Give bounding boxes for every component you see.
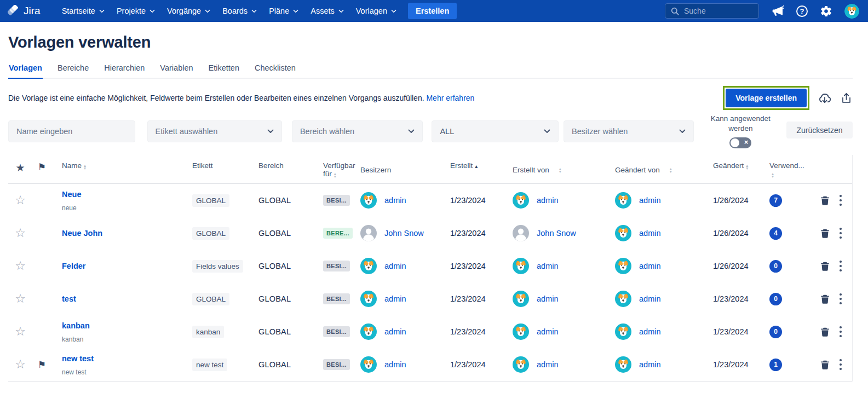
nav-item-vorlagen[interactable]: Vorlagen xyxy=(350,0,403,22)
announcements-button[interactable] xyxy=(771,4,784,18)
chevron-down-icon xyxy=(544,129,550,134)
user-avatar-button[interactable] xyxy=(844,4,859,19)
owner-filter-select[interactable]: Besitzer wählen xyxy=(564,120,694,142)
header-created[interactable]: Erstellt▴ xyxy=(439,161,497,178)
user-link[interactable]: admin xyxy=(639,196,661,205)
nav-item-startseite[interactable]: Startseite xyxy=(56,0,111,22)
usage-badge[interactable]: 0 xyxy=(769,260,782,273)
trash-icon xyxy=(819,359,831,371)
trash-icon xyxy=(819,261,831,272)
header-modified-by[interactable]: Geändert von▴▾ xyxy=(599,161,697,178)
jira-logo[interactable]: Jira xyxy=(8,5,41,17)
usage-badge[interactable]: 4 xyxy=(769,227,782,240)
dog-avatar xyxy=(360,356,377,373)
delete-template-button[interactable] xyxy=(819,195,831,206)
chevron-down-icon xyxy=(205,9,210,13)
user-link[interactable]: admin xyxy=(384,294,406,303)
label-filter-select[interactable]: Etikett auswählen xyxy=(147,120,282,142)
favorite-star-icon[interactable]: ☆ xyxy=(15,260,26,272)
tab-checklisten[interactable]: Checklisten xyxy=(254,60,296,79)
usage-badge[interactable]: 7 xyxy=(769,194,782,207)
user-link[interactable]: admin xyxy=(384,360,406,369)
user-link[interactable]: admin xyxy=(384,196,406,205)
create-issue-button[interactable]: Erstellen xyxy=(408,3,457,19)
tab-bereiche[interactable]: Bereiche xyxy=(57,60,89,79)
row-actions-menu-button[interactable] xyxy=(839,194,842,206)
user-link[interactable]: admin xyxy=(384,327,406,336)
tab-variablen[interactable]: Variablen xyxy=(159,60,193,79)
import-templates-button[interactable] xyxy=(818,91,832,105)
favorite-star-icon[interactable]: ☆ xyxy=(15,293,26,305)
header-usage[interactable]: Verwend...▴▾ xyxy=(758,161,806,178)
header-modified[interactable]: Geändert▴▾ xyxy=(697,161,758,178)
favorite-column-icon[interactable]: ★ xyxy=(15,162,25,174)
user-link[interactable]: admin xyxy=(537,360,559,369)
create-template-button[interactable]: Vorlage erstellen xyxy=(726,89,807,107)
created-date: 1/23/2024 xyxy=(439,360,497,369)
delete-template-button[interactable] xyxy=(819,359,831,371)
tab-vorlagen[interactable]: Vorlagen xyxy=(8,60,43,79)
row-actions-menu-button[interactable] xyxy=(839,260,842,272)
nav-item-vorgänge[interactable]: Vorgänge xyxy=(161,0,216,22)
template-name-link[interactable]: Neue John xyxy=(62,229,102,238)
template-name-link[interactable]: Felder xyxy=(62,262,86,270)
favorite-star-icon[interactable]: ☆ xyxy=(15,194,26,206)
nav-item-pläne[interactable]: Pläne xyxy=(263,0,304,22)
usage-badge[interactable]: 1 xyxy=(769,359,782,371)
template-name-link[interactable]: Neue xyxy=(62,190,81,199)
nav-item-boards[interactable]: Boards xyxy=(216,0,263,22)
chevron-down-icon xyxy=(99,9,105,13)
delete-template-button[interactable] xyxy=(819,293,831,305)
row-actions-menu-button[interactable] xyxy=(839,293,842,305)
delete-template-button[interactable] xyxy=(819,326,831,338)
name-filter[interactable] xyxy=(8,120,135,142)
template-name-link[interactable]: kanban xyxy=(62,321,90,330)
can-apply-toggle[interactable]: × xyxy=(729,137,751,148)
delete-template-button[interactable] xyxy=(819,261,831,272)
export-templates-button[interactable] xyxy=(840,92,853,105)
reset-filters-button[interactable]: Zurücksetzen xyxy=(786,122,853,138)
user-link[interactable]: admin xyxy=(537,196,559,205)
header-name[interactable]: Name▴▾ xyxy=(54,161,187,178)
favorite-star-icon[interactable]: ☆ xyxy=(15,326,26,338)
user-link[interactable]: admin xyxy=(537,327,559,336)
user-link[interactable]: admin xyxy=(639,262,661,270)
global-search[interactable] xyxy=(665,3,759,19)
tab-etiketten[interactable]: Etiketten xyxy=(208,60,240,79)
nav-item-assets[interactable]: Assets xyxy=(304,0,350,22)
template-name-link[interactable]: test xyxy=(62,294,76,303)
row-actions-menu-button[interactable] xyxy=(839,359,842,371)
usage-badge[interactable]: 0 xyxy=(769,293,782,305)
user-link[interactable]: admin xyxy=(639,360,661,369)
dog-avatar xyxy=(513,291,529,307)
sort-icon: ▴▾ xyxy=(559,167,561,173)
template-name-link[interactable]: new test xyxy=(62,354,94,363)
scope-filter-select[interactable]: Bereich wählen xyxy=(292,120,423,142)
kebab-menu-icon xyxy=(839,326,842,338)
tab-hierarchien[interactable]: Hierarchien xyxy=(104,60,145,79)
name-filter-input[interactable] xyxy=(16,127,127,136)
user-link[interactable]: admin xyxy=(537,294,559,303)
help-button[interactable]: ? xyxy=(796,5,808,17)
flag-column-icon[interactable]: ⚑ xyxy=(38,162,46,172)
row-actions-menu-button[interactable] xyxy=(839,227,842,239)
header-available-for[interactable]: Verfügbar für▴▾ xyxy=(315,161,350,178)
delete-template-button[interactable] xyxy=(819,228,831,239)
usage-badge[interactable]: 0 xyxy=(769,326,782,338)
user-link[interactable]: admin xyxy=(639,294,661,303)
applicable-filter-select[interactable]: ALL xyxy=(432,120,559,142)
user-link[interactable]: admin xyxy=(639,229,661,238)
learn-more-link[interactable]: Mehr erfahren xyxy=(426,94,474,102)
favorite-star-icon[interactable]: ☆ xyxy=(15,227,26,239)
nav-item-projekte[interactable]: Projekte xyxy=(111,0,161,22)
user-link[interactable]: John Snow xyxy=(537,229,576,238)
user-link[interactable]: admin xyxy=(639,327,661,336)
row-actions-menu-button[interactable] xyxy=(839,326,842,338)
settings-button[interactable] xyxy=(820,5,832,18)
search-input[interactable] xyxy=(684,7,744,15)
user-link[interactable]: admin xyxy=(384,262,406,270)
user-link[interactable]: John Snow xyxy=(384,229,424,238)
favorite-star-icon[interactable]: ☆ xyxy=(15,359,26,371)
user-link[interactable]: admin xyxy=(537,262,559,270)
header-created-by[interactable]: Erstellt von▴▾ xyxy=(497,161,599,178)
